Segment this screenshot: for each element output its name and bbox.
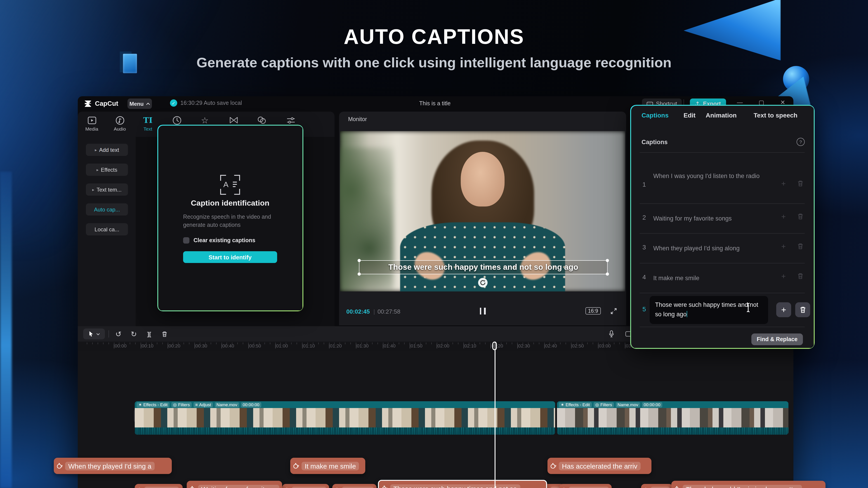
aspect-ratio-button[interactable]: 16:9 xyxy=(585,307,601,315)
monitor-label: Monitor xyxy=(348,116,367,123)
sidebar-label: Local ca... xyxy=(94,226,119,232)
ruler-label: |00:50 xyxy=(248,343,261,348)
video-clip-2[interactable]: ✶Effects - Edit ◎Filters Name.mov 00:00:… xyxy=(557,401,788,435)
tab-speed[interactable] xyxy=(164,115,189,125)
caption-clip[interactable]: It make me smil xyxy=(332,484,377,488)
clear-captions-checkbox-row[interactable]: Clear existing captions xyxy=(183,237,255,243)
sidebar-item-local-captions[interactable]: Local ca... xyxy=(86,223,128,235)
caption-clip-floating[interactable]: When they played I'd sing a xyxy=(54,458,172,474)
clip-effects-badge[interactable]: ✶Effects - Edit xyxy=(559,402,592,408)
caption-clip-floating[interactable]: The whole world I'm in is also a patter xyxy=(671,481,826,488)
fullscreen-icon[interactable] xyxy=(610,308,617,316)
maximize-button[interactable]: ▢ xyxy=(758,99,764,106)
caption-clip-selected[interactable]: Those were such happy times and not so xyxy=(378,480,547,488)
caption-clip[interactable]: When I was y xyxy=(135,484,183,488)
badge-label: Effects - Edit xyxy=(143,402,167,407)
caption-clip-floating[interactable]: Has accelerated the arriv xyxy=(548,458,651,474)
trash-icon[interactable] xyxy=(797,242,804,252)
tab-audio[interactable]: Audio xyxy=(107,115,132,131)
clip-timecode-badge: 00:00:00 xyxy=(241,402,261,408)
divider xyxy=(640,203,805,204)
caption-clip-floating[interactable]: Waiting for my favorite so xyxy=(187,481,282,488)
sidebar-item-text-templates[interactable]: ▸Text tem... xyxy=(86,184,128,196)
ruler-minor-tick xyxy=(512,343,512,344)
clip-filters-badge[interactable]: ◎Filters xyxy=(593,402,614,408)
minimize-button[interactable]: — xyxy=(737,99,743,106)
caption-overlay-text: Those were such happy times and not so l… xyxy=(388,263,578,272)
text-caret xyxy=(687,311,687,317)
add-caption-icon[interactable]: + xyxy=(781,242,786,251)
ruler-minor-tick xyxy=(92,343,93,344)
clip-filmstrip xyxy=(135,408,555,427)
tab-adjust[interactable] xyxy=(278,115,303,125)
playhead-handle[interactable] xyxy=(492,341,497,350)
caption-identification-popup: A Caption identification Recognize speec… xyxy=(157,125,303,311)
speed-clock-icon xyxy=(164,115,189,125)
sidebar-item-add-text[interactable]: ▸Add text xyxy=(86,144,128,156)
microphone-icon[interactable] xyxy=(606,328,617,339)
video-clip-1[interactable]: ✶Effects - Edit ◎Filters ≡Adjust Name.mo… xyxy=(135,401,555,435)
delete-icon[interactable] xyxy=(159,328,170,339)
caption-edit-value: Those were such happy times and not so l… xyxy=(655,301,758,318)
menu-button[interactable]: Menu xyxy=(127,98,152,109)
add-caption-button[interactable]: + xyxy=(776,302,791,317)
help-icon[interactable]: ? xyxy=(797,138,805,146)
caption-text[interactable]: Waiting for my favorite songs xyxy=(653,214,767,223)
caption-clip[interactable]: played I'd sing a xyxy=(282,484,329,488)
pause-button[interactable] xyxy=(480,308,486,315)
caption-clip[interactable]: It's a patt xyxy=(641,484,673,488)
caption-text[interactable]: When I was young I'd listen to the radio xyxy=(653,171,767,181)
tab-animation[interactable]: Animation xyxy=(706,111,737,119)
redo-icon[interactable]: ↻ xyxy=(128,328,139,339)
timeline: ↺ ↻ ][ |00:00|00:10|00:20|00:30|00:40|00… xyxy=(78,326,794,488)
start-to-identify-button[interactable]: Start to identify xyxy=(183,251,277,263)
trash-icon[interactable] xyxy=(797,180,804,189)
triangle-right-icon: ▸ xyxy=(96,167,98,172)
ruler-minor-tick xyxy=(485,343,485,344)
selection-handle[interactable] xyxy=(358,272,361,275)
close-button[interactable]: ✕ xyxy=(780,99,785,106)
selection-handle[interactable] xyxy=(358,259,361,262)
sidebar-label: Auto cap... xyxy=(94,206,120,213)
video-preview[interactable]: Those were such happy times and not so l… xyxy=(340,131,625,291)
page-title: AUTO CAPTIONS xyxy=(0,24,868,49)
trash-icon[interactable] xyxy=(797,213,804,222)
caption-text[interactable]: It make me smile xyxy=(653,273,767,283)
tab-transitions[interactable] xyxy=(221,115,246,125)
tab-captions[interactable]: Captions xyxy=(642,111,669,119)
selection-handle[interactable] xyxy=(606,259,609,262)
caption-clip[interactable]: Has accelerated the arriv xyxy=(559,484,612,488)
playhead[interactable] xyxy=(495,341,495,488)
ruler-minor-tick xyxy=(345,343,345,344)
add-caption-icon[interactable]: + xyxy=(781,272,786,281)
caption-overlay-box[interactable]: Those were such happy times and not so l… xyxy=(359,260,608,274)
trash-icon[interactable] xyxy=(797,272,804,282)
app-name: CapCut xyxy=(95,100,118,107)
clip-filters-badge[interactable]: ◎Filters xyxy=(171,402,191,408)
project-title: This is a title xyxy=(367,100,503,107)
add-caption-icon[interactable]: + xyxy=(781,213,786,221)
undo-icon[interactable]: ↺ xyxy=(113,328,124,339)
tab-text-to-speech[interactable]: Text to speech xyxy=(754,111,798,119)
badge-label: Name.mov xyxy=(217,402,237,407)
sidebar-item-auto-captions[interactable]: Auto cap... xyxy=(86,203,128,216)
rotate-handle-icon[interactable] xyxy=(478,278,487,287)
tab-text[interactable]: TI Text xyxy=(135,115,160,131)
selection-handle[interactable] xyxy=(606,272,609,275)
tab-media[interactable]: Media xyxy=(80,115,104,131)
checkbox-unchecked-icon[interactable] xyxy=(183,237,189,243)
tab-filters[interactable] xyxy=(250,115,274,125)
clip-effects-badge[interactable]: ✶Effects - Edit xyxy=(136,402,169,408)
tab-effects[interactable]: ☆ xyxy=(193,115,217,125)
star-icon: ✶ xyxy=(561,402,564,407)
caption-clip-floating[interactable]: It make me smile xyxy=(290,458,365,474)
delete-caption-button[interactable] xyxy=(795,302,810,317)
split-icon[interactable]: ][ xyxy=(144,328,155,339)
add-caption-icon[interactable]: + xyxy=(781,180,786,188)
caption-text[interactable]: When they played I'd sing along xyxy=(653,243,767,253)
select-tool-button[interactable] xyxy=(83,328,105,339)
sidebar-item-effects[interactable]: ▸Effects xyxy=(86,164,128,176)
clip-adjust-badge[interactable]: ≡Adjust xyxy=(193,402,213,408)
find-replace-button[interactable]: Find & Replace xyxy=(751,333,803,345)
tab-edit[interactable]: Edit xyxy=(684,111,695,119)
